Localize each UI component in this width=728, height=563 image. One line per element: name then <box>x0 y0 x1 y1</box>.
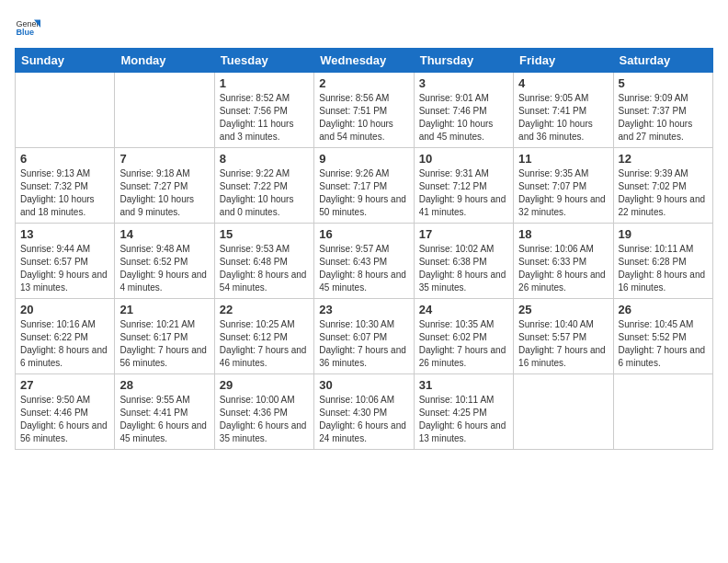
day-info: Sunrise: 9:22 AM Sunset: 7:22 PM Dayligh… <box>220 167 309 219</box>
day-number: 14 <box>119 227 209 241</box>
day-number: 4 <box>518 76 608 90</box>
calendar-cell: 27Sunrise: 9:50 AM Sunset: 4:46 PM Dayli… <box>16 374 115 450</box>
calendar-cell: 29Sunrise: 10:00 AM Sunset: 4:36 PM Dayl… <box>214 374 313 450</box>
day-number: 5 <box>619 76 708 90</box>
day-info: Sunrise: 9:05 AM Sunset: 7:41 PM Dayligh… <box>518 92 608 144</box>
calendar-cell: 14Sunrise: 9:48 AM Sunset: 6:52 PM Dayli… <box>115 224 214 299</box>
calendar-cell <box>115 73 214 148</box>
calendar-cell: 30Sunrise: 10:06 AM Sunset: 4:30 PM Dayl… <box>314 374 414 450</box>
day-number: 31 <box>419 378 508 392</box>
day-info: Sunrise: 10:45 AM Sunset: 5:52 PM Daylig… <box>619 318 708 370</box>
col-header-saturday: Saturday <box>613 49 712 73</box>
day-info: Sunrise: 8:52 AM Sunset: 7:56 PM Dayligh… <box>220 92 309 144</box>
calendar-table: SundayMondayTuesdayWednesdayThursdayFrid… <box>15 48 713 450</box>
day-number: 22 <box>220 303 309 316</box>
day-number: 26 <box>619 303 708 316</box>
calendar-cell: 7Sunrise: 9:18 AM Sunset: 7:27 PM Daylig… <box>115 148 214 224</box>
day-number: 29 <box>220 378 309 392</box>
day-info: Sunrise: 9:55 AM Sunset: 4:41 PM Dayligh… <box>119 394 209 445</box>
col-header-friday: Friday <box>514 49 613 73</box>
day-info: Sunrise: 9:44 AM Sunset: 6:57 PM Dayligh… <box>20 243 109 294</box>
day-number: 20 <box>20 303 109 316</box>
day-info: Sunrise: 9:50 AM Sunset: 4:46 PM Dayligh… <box>20 394 109 445</box>
day-number: 2 <box>319 76 408 90</box>
calendar-cell: 21Sunrise: 10:21 AM Sunset: 6:17 PM Dayl… <box>115 299 214 374</box>
calendar-cell: 25Sunrise: 10:40 AM Sunset: 5:57 PM Dayl… <box>514 299 613 374</box>
day-info: Sunrise: 10:25 AM Sunset: 6:12 PM Daylig… <box>220 318 309 370</box>
day-info: Sunrise: 8:56 AM Sunset: 7:51 PM Dayligh… <box>319 92 408 144</box>
day-info: Sunrise: 9:57 AM Sunset: 6:43 PM Dayligh… <box>319 243 408 294</box>
calendar-cell: 4Sunrise: 9:05 AM Sunset: 7:41 PM Daylig… <box>514 73 613 148</box>
day-info: Sunrise: 9:26 AM Sunset: 7:17 PM Dayligh… <box>319 167 408 219</box>
calendar-cell: 18Sunrise: 10:06 AM Sunset: 6:33 PM Dayl… <box>514 224 613 299</box>
calendar-cell: 24Sunrise: 10:35 AM Sunset: 6:02 PM Dayl… <box>414 299 513 374</box>
day-info: Sunrise: 10:11 AM Sunset: 4:25 PM Daylig… <box>419 394 508 445</box>
calendar-cell: 19Sunrise: 10:11 AM Sunset: 6:28 PM Dayl… <box>613 224 712 299</box>
day-number: 23 <box>319 303 408 316</box>
day-number: 24 <box>419 303 508 316</box>
calendar-cell: 3Sunrise: 9:01 AM Sunset: 7:46 PM Daylig… <box>414 73 513 148</box>
logo-icon: General Blue <box>15 15 40 40</box>
calendar-cell: 23Sunrise: 10:30 AM Sunset: 6:07 PM Dayl… <box>314 299 414 374</box>
day-info: Sunrise: 9:48 AM Sunset: 6:52 PM Dayligh… <box>119 243 209 294</box>
calendar-header-row: SundayMondayTuesdayWednesdayThursdayFrid… <box>16 49 713 73</box>
day-info: Sunrise: 9:39 AM Sunset: 7:02 PM Dayligh… <box>619 167 708 219</box>
calendar-cell: 9Sunrise: 9:26 AM Sunset: 7:17 PM Daylig… <box>314 148 414 224</box>
day-info: Sunrise: 10:30 AM Sunset: 6:07 PM Daylig… <box>319 318 408 370</box>
day-number: 30 <box>319 378 408 392</box>
day-info: Sunrise: 10:21 AM Sunset: 6:17 PM Daylig… <box>119 318 209 370</box>
calendar-cell: 12Sunrise: 9:39 AM Sunset: 7:02 PM Dayli… <box>613 148 712 224</box>
calendar-cell: 20Sunrise: 10:16 AM Sunset: 6:22 PM Dayl… <box>16 299 115 374</box>
day-number: 11 <box>518 152 608 166</box>
calendar-cell: 28Sunrise: 9:55 AM Sunset: 4:41 PM Dayli… <box>115 374 214 450</box>
calendar-cell <box>514 374 613 450</box>
calendar-cell: 16Sunrise: 9:57 AM Sunset: 6:43 PM Dayli… <box>314 224 414 299</box>
calendar-cell: 17Sunrise: 10:02 AM Sunset: 6:38 PM Dayl… <box>414 224 513 299</box>
calendar-cell: 11Sunrise: 9:35 AM Sunset: 7:07 PM Dayli… <box>514 148 613 224</box>
calendar-cell: 13Sunrise: 9:44 AM Sunset: 6:57 PM Dayli… <box>16 224 115 299</box>
day-number: 17 <box>419 227 508 241</box>
calendar-cell: 26Sunrise: 10:45 AM Sunset: 5:52 PM Dayl… <box>613 299 712 374</box>
calendar-cell: 22Sunrise: 10:25 AM Sunset: 6:12 PM Dayl… <box>214 299 313 374</box>
page-header: General Blue <box>15 15 713 40</box>
day-info: Sunrise: 10:16 AM Sunset: 6:22 PM Daylig… <box>20 318 109 370</box>
calendar-cell: 1Sunrise: 8:52 AM Sunset: 7:56 PM Daylig… <box>214 73 313 148</box>
day-number: 13 <box>20 227 109 241</box>
day-number: 8 <box>220 152 309 166</box>
calendar-week-1: 1Sunrise: 8:52 AM Sunset: 7:56 PM Daylig… <box>16 73 713 148</box>
day-number: 9 <box>319 152 408 166</box>
day-number: 19 <box>619 227 708 241</box>
svg-text:Blue: Blue <box>16 28 34 37</box>
day-number: 27 <box>20 378 109 392</box>
col-header-monday: Monday <box>115 49 214 73</box>
day-info: Sunrise: 9:31 AM Sunset: 7:12 PM Dayligh… <box>419 167 508 219</box>
col-header-sunday: Sunday <box>16 49 115 73</box>
day-number: 7 <box>119 152 209 166</box>
day-info: Sunrise: 9:53 AM Sunset: 6:48 PM Dayligh… <box>220 243 309 294</box>
calendar-cell <box>16 73 115 148</box>
logo[interactable]: General Blue <box>15 15 40 40</box>
calendar-cell: 10Sunrise: 9:31 AM Sunset: 7:12 PM Dayli… <box>414 148 513 224</box>
calendar-cell: 31Sunrise: 10:11 AM Sunset: 4:25 PM Dayl… <box>414 374 513 450</box>
calendar-cell: 5Sunrise: 9:09 AM Sunset: 7:37 PM Daylig… <box>613 73 712 148</box>
day-info: Sunrise: 9:09 AM Sunset: 7:37 PM Dayligh… <box>619 92 708 144</box>
col-header-wednesday: Wednesday <box>314 49 414 73</box>
day-number: 16 <box>319 227 408 241</box>
day-info: Sunrise: 9:35 AM Sunset: 7:07 PM Dayligh… <box>518 167 608 219</box>
day-number: 28 <box>119 378 209 392</box>
day-info: Sunrise: 10:00 AM Sunset: 4:36 PM Daylig… <box>220 394 309 445</box>
day-number: 1 <box>220 76 309 90</box>
day-info: Sunrise: 9:13 AM Sunset: 7:32 PM Dayligh… <box>20 167 109 219</box>
day-number: 12 <box>619 152 708 166</box>
day-info: Sunrise: 9:18 AM Sunset: 7:27 PM Dayligh… <box>119 167 209 219</box>
day-number: 15 <box>220 227 309 241</box>
calendar-week-3: 13Sunrise: 9:44 AM Sunset: 6:57 PM Dayli… <box>16 224 713 299</box>
calendar-week-4: 20Sunrise: 10:16 AM Sunset: 6:22 PM Dayl… <box>16 299 713 374</box>
calendar-cell: 6Sunrise: 9:13 AM Sunset: 7:32 PM Daylig… <box>16 148 115 224</box>
day-number: 25 <box>518 303 608 316</box>
day-number: 10 <box>419 152 508 166</box>
day-info: Sunrise: 10:02 AM Sunset: 6:38 PM Daylig… <box>419 243 508 294</box>
day-number: 6 <box>20 152 109 166</box>
calendar-week-5: 27Sunrise: 9:50 AM Sunset: 4:46 PM Dayli… <box>16 374 713 450</box>
day-number: 21 <box>119 303 209 316</box>
